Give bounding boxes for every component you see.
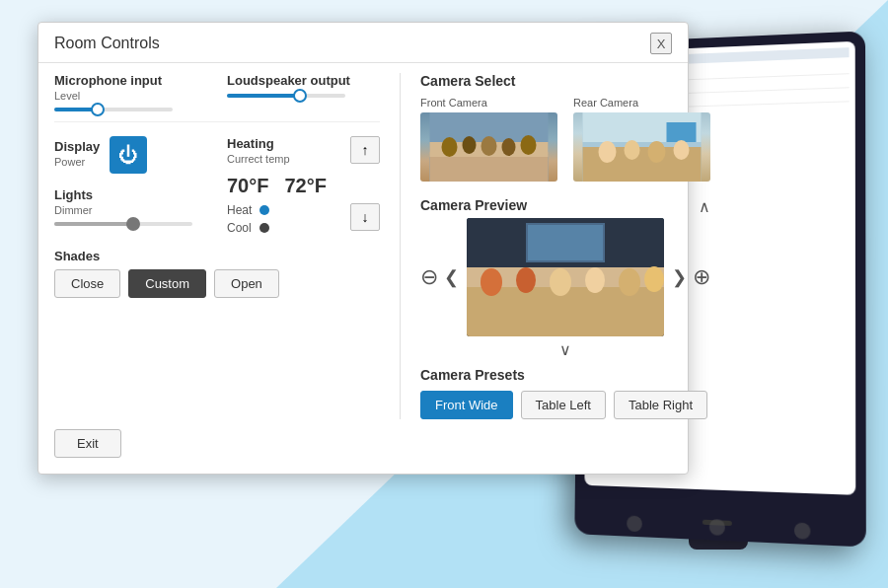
heating-sublabel: Currect temp (227, 153, 290, 165)
heat-dot (259, 205, 269, 215)
heating-col: Heating Currect temp ↑ 70°F 72°F (227, 136, 380, 249)
shades-section: Shades Close Custom Open (54, 249, 380, 298)
cool-label: Cool (227, 221, 252, 235)
exit-section: Exit (38, 429, 688, 458)
power-icon: ⏻ (118, 145, 138, 165)
display-info: Display Power (54, 139, 100, 172)
heating-controls-row: Heat Cool ↓ (227, 203, 380, 235)
current-temp: 70°F (227, 175, 268, 197)
lights-label: Lights (54, 187, 207, 202)
svg-rect-28 (528, 225, 603, 260)
heating-info: Heating Currect temp (227, 136, 290, 169)
preview-expand-button[interactable]: ∨ (420, 340, 710, 359)
preview-meeting-img (467, 218, 664, 336)
heating-header: Heating Currect temp ↑ (227, 136, 380, 169)
heat-item: Heat (227, 203, 269, 217)
svg-point-7 (502, 138, 516, 156)
room-controls-modal: Room Controls X Microphone input Level (37, 22, 689, 475)
exit-button[interactable]: Exit (54, 429, 121, 458)
heating-label: Heating (227, 136, 290, 151)
svg-point-21 (481, 268, 502, 296)
svg-point-16 (674, 140, 690, 160)
svg-point-25 (619, 268, 640, 296)
heating-section: Heating Currect temp ↑ 70°F 72°F (227, 136, 380, 235)
svg-point-23 (550, 268, 571, 296)
lights-slider[interactable] (54, 222, 192, 226)
rear-camera-preview-img (573, 112, 710, 182)
front-camera-image (420, 112, 557, 182)
zoom-out-button[interactable]: ⊖ (420, 264, 438, 290)
set-temp: 72°F (284, 175, 326, 197)
preset-buttons: Front Wide Table Left Table Right (420, 391, 710, 419)
zoom-in-button[interactable]: ⊕ (693, 264, 710, 290)
microphone-sublabel: Level (54, 90, 207, 102)
temp-display: 70°F 72°F (227, 175, 380, 197)
display-label: Display (54, 139, 100, 154)
camera-select-section: Camera Select Front Camera (420, 73, 710, 182)
loudspeaker-slider[interactable] (227, 94, 345, 98)
shades-buttons: Close Custom Open (54, 269, 380, 298)
front-wide-button[interactable]: Front Wide (420, 391, 513, 419)
rear-camera-label: Rear Camera (573, 97, 710, 109)
loudspeaker-section: Loudspeaker output (227, 73, 380, 111)
loudspeaker-fill (227, 94, 304, 98)
table-left-button[interactable]: Table Left (521, 391, 606, 419)
modal-title: Room Controls (54, 35, 160, 52)
cool-item: Cool (227, 221, 269, 235)
svg-rect-12 (667, 122, 697, 142)
middle-row: Display Power ⏻ Lights Dimmer (54, 136, 380, 249)
svg-point-5 (463, 136, 477, 154)
front-camera-preview-img (420, 112, 557, 182)
microphone-slider[interactable] (54, 108, 173, 111)
temp-up-button[interactable]: ↑ (350, 136, 380, 164)
close-button[interactable]: X (650, 33, 672, 54)
front-camera-thumb[interactable]: Front Camera (420, 97, 557, 182)
preview-collapse-button[interactable]: ∧ (699, 197, 710, 216)
display-lights-col: Display Power ⏻ Lights Dimmer (54, 136, 207, 249)
nav-left-button[interactable]: ❮ (444, 266, 459, 288)
rear-camera-image (573, 112, 710, 182)
temp-down-button[interactable]: ↓ (350, 203, 380, 231)
loudspeaker-label: Loudspeaker output (227, 73, 380, 88)
lights-section: Lights Dimmer (54, 187, 207, 226)
camera-thumbnails: Front Camera (420, 97, 710, 182)
svg-point-24 (585, 267, 605, 293)
shades-label: Shades (54, 249, 380, 263)
svg-point-22 (516, 267, 536, 293)
rear-camera-thumb[interactable]: Rear Camera (573, 97, 710, 182)
preview-zoom-row: ⊖ ❮ (420, 218, 710, 336)
svg-point-6 (481, 136, 497, 156)
modal-header: Room Controls X (38, 23, 688, 63)
camera-preview-image (467, 218, 664, 336)
lights-fill (54, 222, 137, 226)
shades-open-button[interactable]: Open (214, 269, 279, 298)
microphone-thumb (91, 103, 105, 116)
svg-point-4 (442, 137, 458, 157)
lights-thumb (126, 217, 140, 231)
camera-select-title: Camera Select (420, 73, 710, 89)
left-panel: Microphone input Level Loudspeaker outpu… (54, 73, 380, 419)
front-camera-label: Front Camera (420, 97, 557, 109)
camera-presets-section: Camera Presets Front Wide Table Left Tab… (420, 367, 710, 419)
shades-custom-button[interactable]: Custom (128, 269, 206, 298)
svg-point-14 (625, 140, 640, 160)
table-right-button[interactable]: Table Right (614, 391, 707, 419)
modal-body: Microphone input Level Loudspeaker outpu… (38, 63, 688, 429)
power-button[interactable]: ⏻ (110, 136, 147, 174)
display-section: Display Power ⏻ (54, 136, 207, 174)
microphone-section: Microphone input Level (54, 73, 207, 111)
preview-nav-wrapper: ❮ (444, 218, 687, 336)
heat-cool-row: Heat Cool (227, 203, 269, 235)
svg-point-15 (648, 141, 666, 163)
loudspeaker-thumb (293, 89, 307, 103)
camera-preview-title: Camera Preview (420, 197, 527, 213)
nav-right-button[interactable]: ❯ (672, 266, 687, 288)
lights-sublabel: Dimmer (54, 204, 207, 216)
top-sliders: Microphone input Level Loudspeaker outpu… (54, 73, 380, 122)
microphone-label: Microphone input (54, 73, 207, 88)
shades-close-button[interactable]: Close (54, 269, 120, 298)
svg-point-13 (599, 141, 617, 163)
svg-point-8 (521, 135, 537, 155)
right-panel: Camera Select Front Camera (400, 73, 710, 419)
camera-presets-title: Camera Presets (420, 367, 710, 383)
